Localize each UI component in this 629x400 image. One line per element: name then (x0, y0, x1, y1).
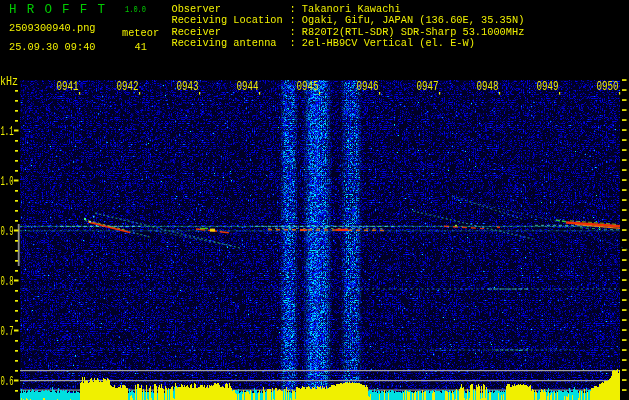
svg-text:0.6: 0.6 (1, 374, 14, 389)
svg-text:HROFFT: HROFFT (9, 3, 115, 17)
svg-text:1.1: 1.1 (1, 124, 14, 139)
svg-text:0949: 0949 (537, 79, 559, 94)
svg-text:2509300940.png: 2509300940.png (9, 22, 96, 34)
svg-text:0.7: 0.7 (1, 324, 14, 339)
svg-text:0941: 0941 (57, 79, 79, 94)
svg-text:0943: 0943 (177, 79, 199, 94)
svg-text:0950: 0950 (597, 79, 619, 94)
svg-text:: R820T2(RTL-SDR) SDR-Sharp 53: : R820T2(RTL-SDR) SDR-Sharp 53.1000MHz (290, 26, 525, 38)
svg-text:0.9: 0.9 (1, 224, 14, 239)
svg-text:1.0.0: 1.0.0 (125, 5, 146, 15)
svg-text:Receiving Location: Receiving Location (172, 14, 283, 26)
svg-text:0946: 0946 (357, 79, 379, 94)
svg-text:0945: 0945 (297, 79, 319, 94)
svg-text:25.09.30 09:40: 25.09.30 09:40 (9, 41, 96, 53)
svg-text:41: 41 (135, 41, 147, 53)
svg-text:: Takanori Kawachi: : Takanori Kawachi (290, 3, 401, 15)
svg-text:meteor: meteor (122, 27, 159, 39)
svg-text:: 2el-HB9CV Vertical (el. E-W): : 2el-HB9CV Vertical (el. E-W) (290, 37, 475, 49)
svg-text:Observer: Observer (172, 3, 221, 15)
svg-text:0948: 0948 (477, 79, 499, 94)
svg-text:0944: 0944 (237, 79, 259, 94)
svg-text:kHz: kHz (0, 75, 18, 89)
svg-text:0947: 0947 (417, 79, 439, 94)
svg-text:Receiver: Receiver (172, 26, 221, 38)
svg-text:Receiving antenna: Receiving antenna (172, 37, 277, 49)
svg-text:0.8: 0.8 (1, 274, 14, 289)
svg-text:: Ogaki, Gifu, JAPAN (136.60E,: : Ogaki, Gifu, JAPAN (136.60E, 35.35N) (290, 14, 525, 26)
svg-text:0942: 0942 (117, 79, 139, 94)
svg-text:1.0: 1.0 (1, 174, 14, 189)
